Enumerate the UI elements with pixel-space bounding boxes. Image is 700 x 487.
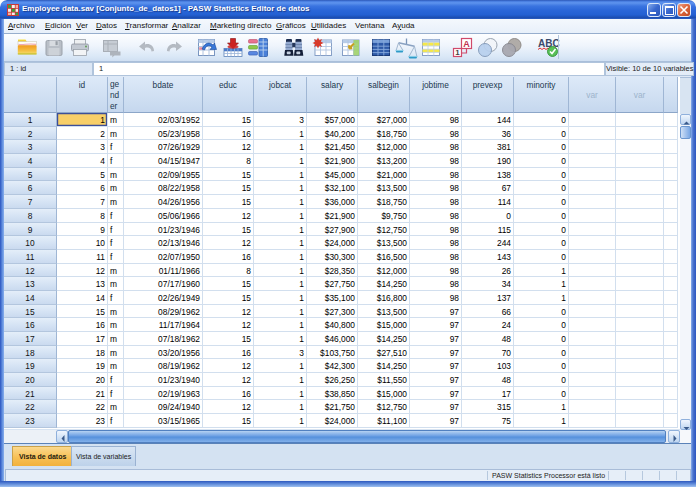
svg-text:ABC: ABC [538,38,560,49]
svg-text:A: A [463,39,470,49]
svg-text:1: 1 [455,48,460,57]
